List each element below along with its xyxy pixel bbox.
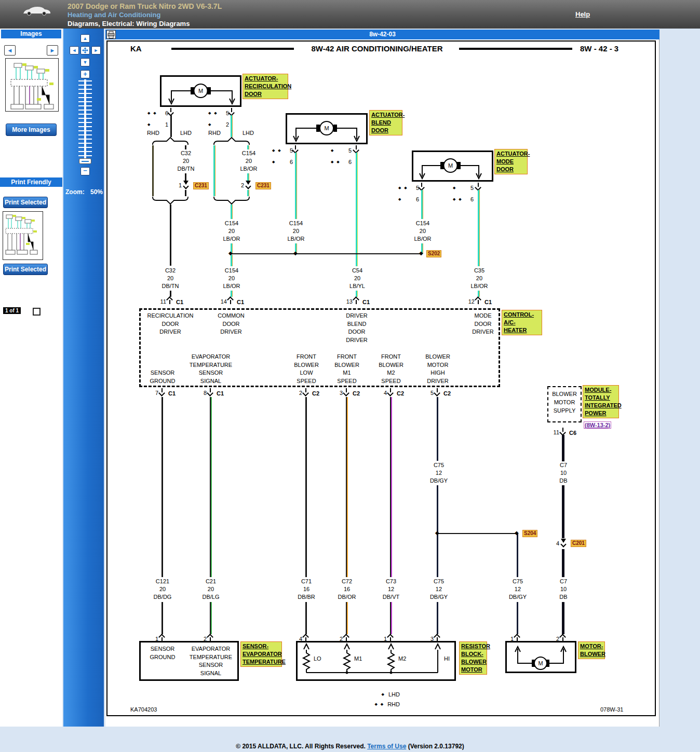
wire-segment <box>390 602 392 634</box>
zoom-in-button[interactable]: + <box>80 70 90 78</box>
wire-segment <box>305 397 307 577</box>
images-sidebar: Images ◄ ► More Images Print Friendly Pr… <box>0 29 62 727</box>
connector-tag-c231[interactable]: C231 <box>255 182 271 189</box>
callout-control-ac-heater[interactable]: CONTROL-A/C-HEATER <box>502 310 542 335</box>
next-image-button[interactable]: ► <box>47 45 58 56</box>
junction-dot: ◆ <box>515 530 519 536</box>
help-link[interactable]: Help <box>575 10 590 18</box>
wire-segment <box>517 534 518 577</box>
wire-label: C7512DB/GY <box>509 578 527 601</box>
callout-actuator-recirculation-door[interactable]: ACTUATOR-RECIRCULATIONDOOR <box>243 74 288 99</box>
pan-right-button[interactable]: ► <box>91 46 101 54</box>
copyright-text: © 2015 ALLDATA, LLC. All Rights Reserved… <box>236 743 366 750</box>
pin-symbol <box>353 297 359 304</box>
more-images-button[interactable]: More Images <box>6 124 57 136</box>
wire-segment <box>562 549 564 577</box>
rhd-label: RHD <box>208 130 221 136</box>
wire-segment <box>478 291 480 297</box>
junction-dot: ◆ <box>419 251 423 256</box>
splice-tag-s202[interactable]: S202 <box>426 250 441 257</box>
pan-center-button[interactable] <box>80 46 90 54</box>
pan-down-button[interactable]: ▼ <box>80 58 90 66</box>
wire-label: C15420LB/OR <box>414 220 431 243</box>
motor-symbol: M <box>507 642 575 672</box>
pin-marks: ◆ ◆5 ◆6 <box>398 184 419 203</box>
wire-segment <box>213 145 216 196</box>
prev-image-button[interactable]: ◄ <box>4 45 16 56</box>
pin-symbol <box>560 634 566 641</box>
wire-label: C15420LB/OR <box>223 267 240 290</box>
reference-link-8w-13-2[interactable]: (8W-13-2) <box>584 421 611 429</box>
zoom-out-button[interactable]: − <box>80 167 90 175</box>
terms-of-use-link[interactable]: Terms of Use <box>367 743 406 750</box>
wire-segment <box>437 534 438 577</box>
pin-function: FRONTBLOWERLOWSPEED <box>294 353 319 385</box>
plate-code-left: KA704203 <box>130 706 157 713</box>
pin-function: MODEDOORDRIVER <box>472 312 494 336</box>
page-indicator: 1 of 1 <box>3 307 21 314</box>
pin-symbol <box>207 634 213 641</box>
image-thumbnail-small[interactable] <box>3 211 43 260</box>
pin-symbol <box>168 108 174 115</box>
title-rule-left <box>171 48 294 50</box>
image-thumbnail-large[interactable] <box>5 58 59 112</box>
wire-segment <box>390 397 392 577</box>
system-title: Heating and Air Conditioning <box>68 11 160 19</box>
motor-letter: M <box>324 125 329 131</box>
callout-actuator-blend-door[interactable]: ACTUATOR-BLENDDOOR <box>369 110 402 135</box>
wire-segment <box>210 602 212 634</box>
zoom-value: 50% <box>90 188 103 196</box>
select-image-checkbox[interactable] <box>33 308 41 316</box>
pin-function: SENSORGROUND <box>150 369 176 385</box>
callout-motor-blower[interactable]: MOTOR-BLOWER <box>578 641 605 659</box>
split-brace <box>152 137 189 145</box>
pin-symbol <box>434 388 440 395</box>
vehicle-title: 2007 Dodge or Ram Truck Nitro 2WD V6-3.7… <box>68 2 222 10</box>
pin-symbol <box>419 183 425 190</box>
pin-symbol <box>475 297 481 304</box>
pin-symbol <box>343 388 349 395</box>
print-selected-button-bottom[interactable]: Print Selected <box>3 264 48 275</box>
wire-segment <box>517 602 518 634</box>
zoom-slider-handle[interactable] <box>79 158 91 164</box>
connector-tag-c231[interactable]: C231 <box>193 182 209 189</box>
junction-dot: ◆ <box>228 251 233 256</box>
pin-symbol <box>514 634 520 641</box>
connector-tag-c201[interactable]: C201 <box>571 540 586 547</box>
motor-letter: M <box>448 162 453 169</box>
tipm-function: BLOWERMOTORSUPPLY <box>552 390 577 415</box>
wire-label: C7512DB/GY <box>430 461 448 485</box>
wire-label: C3220DB/TN <box>178 149 195 173</box>
wire-segment <box>421 190 423 219</box>
print-friendly-title: Print Friendly <box>0 177 62 187</box>
pan-left-button[interactable]: ◄ <box>70 46 79 54</box>
callout-tipm[interactable]: MODULE-TOTALLYINTEGRATEDPOWER <box>583 385 619 418</box>
motor-symbol: M <box>287 115 366 143</box>
wire-label: C15420LB/OR <box>240 149 257 173</box>
print-diagram-icon[interactable] <box>106 30 116 39</box>
pin-symbol <box>303 388 309 395</box>
callout-sensor-evaporator-temperature[interactable]: SENSOR-EVAPORATORTEMPERATURE <box>240 641 282 667</box>
merge-brace <box>213 196 250 204</box>
pan-up-button[interactable]: ▲ <box>80 34 90 43</box>
zoom-slider-track[interactable] <box>84 79 86 162</box>
motor-symbol: M <box>161 77 240 105</box>
callout-resistor-block-blower-motor[interactable]: RESISTORBLOCK-BLOWERMOTOR <box>459 641 487 675</box>
actuator-blend-door-box: M <box>286 113 368 144</box>
junction-dot: ◆ <box>293 251 298 256</box>
wire-segment <box>562 485 564 538</box>
actuator-mode-door-box: M <box>412 151 493 182</box>
thumbnail-diagram-art <box>6 59 58 111</box>
wire-segment <box>295 153 297 219</box>
pin-marks: ◆5 ◆ ◆6 <box>331 147 352 166</box>
splice-tag-s204[interactable]: S204 <box>522 530 537 537</box>
wire-label: C710DB <box>559 461 567 485</box>
move-icon <box>82 47 88 53</box>
print-selected-button-top[interactable]: Print Selected <box>3 197 48 208</box>
pin-symbol <box>227 297 234 304</box>
wire-label: C710DB <box>559 578 567 601</box>
zoom-label: Zoom: <box>65 188 85 196</box>
diagram-title: 8W-42 AIR CONDITIONING/HEATER <box>311 44 442 53</box>
images-panel-title: Images <box>1 30 61 38</box>
callout-actuator-mode-door[interactable]: ACTUATOR-MODEDOOR <box>494 149 528 174</box>
